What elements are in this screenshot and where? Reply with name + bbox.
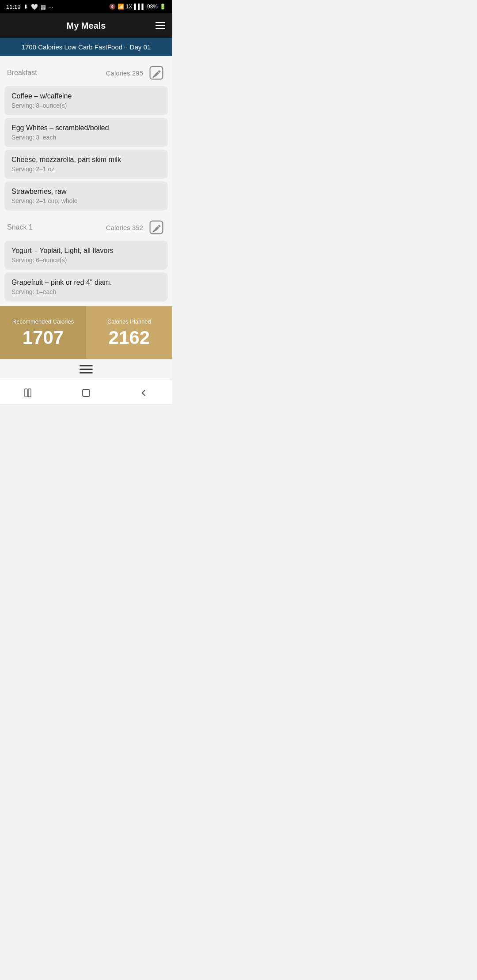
planned-calories-label: Calories Planned xyxy=(107,318,151,325)
status-bar: 11:19 ⬇ 🤍 ▦ ··· 🔇 📶 1X ▌▌▌ 98% 🔋 xyxy=(0,0,172,13)
food-serving-strawberries: Serving: 2–1 cup, whole xyxy=(11,197,161,204)
breakfast-title: Breakfast xyxy=(7,69,37,77)
menu-line-1 xyxy=(155,22,165,23)
food-name-grapefruit: Grapefruit – pink or red 4" diam. xyxy=(11,279,161,286)
plan-banner-text: 1700 Calories Low Carb FastFood – Day 01 xyxy=(22,43,151,51)
calories-bar: Recommended Calories 1707 Calories Plann… xyxy=(0,306,172,359)
recommended-calories-label: Recommended Calories xyxy=(12,318,74,325)
planned-calories-section: Calories Planned 2162 xyxy=(86,306,172,359)
food-serving-egg-whites: Serving: 3–each xyxy=(11,134,161,141)
snack1-section-right: Calories 352 xyxy=(106,219,165,236)
wifi-icon: 📶 xyxy=(117,4,124,10)
download-icon: ⬇ xyxy=(23,4,28,10)
food-serving-coffee: Serving: 8–ounce(s) xyxy=(11,102,161,109)
breakfast-section-header: Breakfast Calories 295 xyxy=(0,56,172,86)
recent-apps-button[interactable] xyxy=(20,386,38,400)
food-name-yogurt: Yogurt – Yoplait, Light, all flavors xyxy=(11,247,161,255)
mute-icon: 🔇 xyxy=(109,4,116,10)
hamburger-line-3 xyxy=(80,372,93,373)
food-item-strawberries[interactable]: Strawberries, raw Serving: 2–1 cup, whol… xyxy=(4,181,168,211)
food-item-coffee[interactable]: Coffee – w/caffeine Serving: 8–ounce(s) xyxy=(4,86,168,115)
hamburger-line-1 xyxy=(80,365,93,366)
menu-line-3 xyxy=(155,28,165,29)
food-serving-cheese: Serving: 2–1 oz xyxy=(11,166,161,173)
system-nav-bar xyxy=(0,380,172,404)
plan-banner: 1700 Calories Low Carb FastFood – Day 01 xyxy=(0,38,172,56)
breakfast-section-right: Calories 295 xyxy=(106,64,165,82)
recommended-calories-value: 1707 xyxy=(23,328,64,347)
status-right: 🔇 📶 1X ▌▌▌ 98% 🔋 xyxy=(109,4,166,10)
status-time: 11:19 xyxy=(6,4,21,10)
breakfast-food-list: Coffee – w/caffeine Serving: 8–ounce(s) … xyxy=(0,86,172,211)
bottom-nav xyxy=(0,359,172,380)
food-item-egg-whites[interactable]: Egg Whites – scrambled/boiled Serving: 3… xyxy=(4,118,168,147)
heart-icon: 🤍 xyxy=(31,4,38,10)
status-left: 11:19 ⬇ 🤍 ▦ ··· xyxy=(6,4,53,10)
hamburger-line-2 xyxy=(80,369,93,370)
app-header: My Meals xyxy=(0,13,172,38)
food-name-coffee: Coffee – w/caffeine xyxy=(11,92,161,100)
breakfast-edit-button[interactable] xyxy=(148,64,165,82)
food-serving-grapefruit: Serving: 1–each xyxy=(11,288,161,295)
svg-rect-2 xyxy=(25,389,27,397)
recommended-calories-section: Recommended Calories 1707 xyxy=(0,306,86,359)
battery-icon: 🔋 xyxy=(159,4,166,10)
food-name-egg-whites: Egg Whites – scrambled/boiled xyxy=(11,124,161,132)
back-button[interactable] xyxy=(135,386,152,400)
snack1-edit-button[interactable] xyxy=(148,219,165,236)
signal-icon: ▌▌▌ xyxy=(134,4,145,10)
menu-line-2 xyxy=(155,25,165,26)
network-label: 1X xyxy=(126,4,132,10)
food-item-cheese[interactable]: Cheese, mozzarella, part skim milk Servi… xyxy=(4,150,168,179)
food-serving-yogurt: Serving: 6–ounce(s) xyxy=(11,256,161,264)
snack1-title: Snack 1 xyxy=(7,223,33,231)
header-menu-button[interactable] xyxy=(155,22,165,29)
page-title: My Meals xyxy=(67,21,106,31)
snack1-calories: Calories 352 xyxy=(106,224,143,231)
main-content: Breakfast Calories 295 Coffee – w/caffei… xyxy=(0,56,172,306)
breakfast-calories: Calories 295 xyxy=(106,69,143,77)
food-name-cheese: Cheese, mozzarella, part skim milk xyxy=(11,156,161,164)
food-item-yogurt[interactable]: Yogurt – Yoplait, Light, all flavors Ser… xyxy=(4,241,168,270)
svg-rect-4 xyxy=(83,389,90,396)
grid-icon: ▦ xyxy=(41,4,46,10)
snack1-section-header: Snack 1 Calories 352 xyxy=(0,211,172,241)
snack1-food-list: Yogurt – Yoplait, Light, all flavors Ser… xyxy=(0,241,172,302)
food-name-strawberries: Strawberries, raw xyxy=(11,188,161,196)
planned-calories-value: 2162 xyxy=(109,328,150,347)
battery-label: 98% xyxy=(147,4,158,10)
dots-icon: ··· xyxy=(49,4,53,10)
food-item-grapefruit[interactable]: Grapefruit – pink or red 4" diam. Servin… xyxy=(4,272,168,302)
svg-rect-3 xyxy=(28,389,31,397)
home-button[interactable] xyxy=(77,386,95,400)
bottom-hamburger-button[interactable] xyxy=(80,365,93,373)
